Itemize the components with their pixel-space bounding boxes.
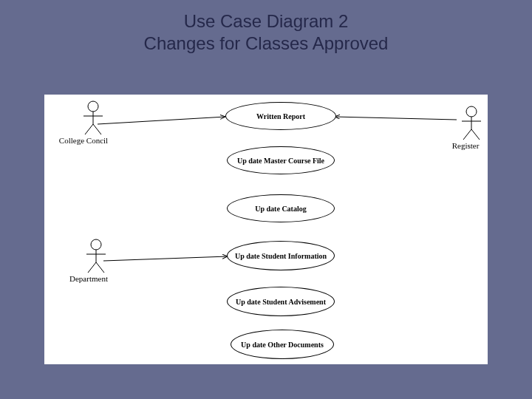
svg-point-8	[466, 106, 477, 117]
usecase-update-student-advise: Up date Student Advisement	[227, 287, 335, 316]
actor-register: Register	[454, 106, 488, 150]
usecase-update-other-docs: Up date Other Documents	[231, 330, 334, 359]
usecase-update-master: Up date Master Course File	[227, 146, 335, 174]
svg-point-3	[88, 101, 98, 112]
svg-line-12	[471, 129, 480, 140]
svg-line-6	[85, 124, 93, 134]
title-line2: Changes for Classes Approved	[0, 33, 532, 55]
stick-figure-icon	[85, 239, 107, 274]
actor-college-council: College Concil	[72, 100, 113, 145]
actor-label-department: Department	[63, 274, 115, 283]
title-line1: Use Case Diagram 2	[0, 10, 532, 33]
svg-line-2	[103, 256, 228, 261]
svg-line-11	[463, 129, 471, 140]
usecase-update-student-info: Up date Student Information	[227, 241, 335, 270]
stick-figure-icon	[460, 106, 482, 141]
usecase-update-catalog: Up date Catalog	[227, 194, 335, 222]
svg-line-17	[96, 262, 104, 273]
svg-line-16	[88, 262, 96, 273]
stick-figure-icon	[82, 100, 104, 136]
svg-line-0	[98, 117, 225, 124]
actor-label-register: Register	[443, 141, 488, 150]
svg-point-13	[91, 239, 101, 250]
page-title: Use Case Diagram 2 Changes for Classes A…	[0, 0, 532, 55]
svg-line-1	[335, 117, 457, 120]
actor-department: Department	[78, 239, 115, 283]
actor-label-college-council: College Concil	[54, 136, 113, 145]
usecase-written-report: Written Report	[225, 102, 336, 130]
svg-line-7	[93, 124, 101, 134]
diagram-canvas: College Concil Register Department Writt…	[44, 95, 488, 364]
